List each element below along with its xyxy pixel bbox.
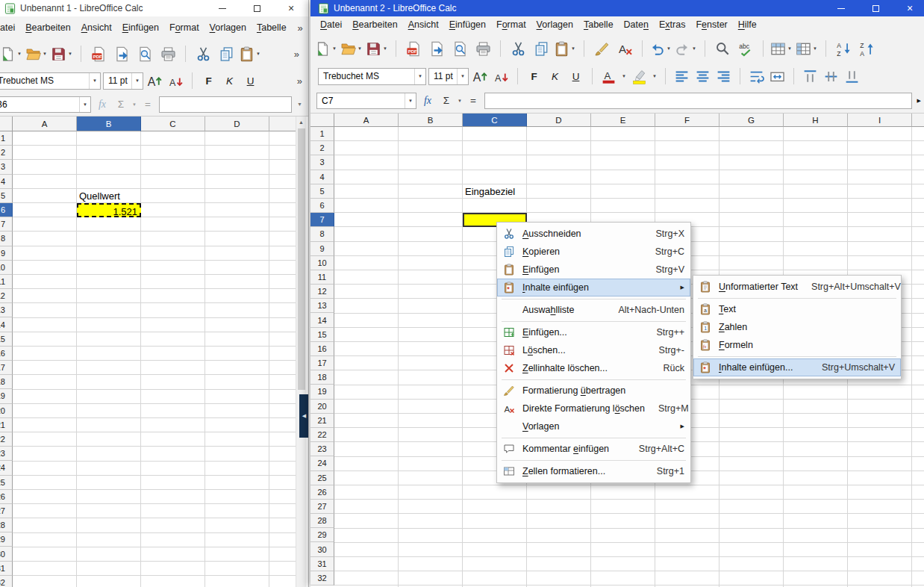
cell-grid[interactable]: Quellwert1.521: [13, 131, 296, 587]
row-header-9[interactable]: 9: [310, 242, 334, 256]
chevron-down-icon[interactable]: ▼: [405, 93, 416, 108]
column-header-E[interactable]: E: [591, 114, 655, 127]
row-header-28[interactable]: 28: [0, 518, 13, 532]
row-header-26[interactable]: 26: [0, 490, 13, 504]
insert-rows-button[interactable]: ▼: [770, 37, 793, 60]
menu-item-zellinhalte-loschen[interactable]: Zellinhalte löschen...Rück: [497, 359, 690, 377]
column-header-D[interactable]: D: [527, 114, 591, 127]
menu-item-kopieren[interactable]: KopierenStrg+C: [497, 243, 690, 261]
menu-item-text[interactable]: aText: [693, 300, 901, 318]
row-header-8[interactable]: 8: [310, 227, 334, 241]
copy-button[interactable]: [531, 37, 552, 60]
italic-button[interactable]: K: [546, 66, 564, 86]
row-header-11[interactable]: 11: [310, 270, 334, 285]
align-top-button[interactable]: [801, 66, 820, 86]
export-button[interactable]: [111, 43, 132, 65]
row-header-14[interactable]: 14: [0, 317, 13, 332]
grow-font-button[interactable]: A: [146, 71, 164, 90]
menu-item-kommentar-einfugen[interactable]: Kommentar einfügenStrg+Alt+C: [497, 440, 690, 458]
row-header-15[interactable]: 15: [0, 332, 13, 347]
titlebar-active[interactable]: Unbenannt 2 - LibreOffice Calc ×: [310, 0, 924, 16]
shrink-font-button[interactable]: A: [166, 71, 185, 90]
column-header-B[interactable]: B: [77, 117, 141, 131]
grow-font-button[interactable]: A: [471, 66, 490, 86]
row-header-5[interactable]: 5: [0, 189, 13, 203]
menu-item-einfugen[interactable]: Einfügen...Strg++: [497, 323, 690, 341]
align-center-button[interactable]: [693, 66, 712, 86]
underline-button[interactable]: U: [566, 66, 585, 86]
row-header-22[interactable]: 22: [0, 432, 13, 447]
row-header-13[interactable]: 13: [310, 299, 334, 313]
row-header-1[interactable]: 1: [0, 131, 13, 146]
menu-item-auswahlliste[interactable]: AuswahllisteAlt+Nach-Unten: [497, 301, 690, 319]
dropdown-arrow-icon[interactable]: ▼: [16, 52, 23, 56]
chevron-down-icon[interactable]: ▼: [89, 73, 100, 89]
row-header-6[interactable]: 6: [0, 203, 13, 217]
column-header-G[interactable]: G: [719, 114, 784, 127]
dropdown-arrow-icon[interactable]: ▼: [132, 102, 137, 107]
row-header-32[interactable]: 32: [310, 571, 334, 586]
export-pdf-button[interactable]: PDF: [88, 43, 109, 65]
menu-ansicht[interactable]: Ansicht: [403, 17, 444, 32]
menu-vorlagen[interactable]: Vorlagen: [531, 17, 578, 32]
row-header-27[interactable]: 27: [0, 504, 13, 518]
row-header-25[interactable]: 25: [310, 471, 334, 485]
row-header-2[interactable]: 2: [310, 141, 334, 155]
row-header-23[interactable]: 23: [310, 442, 334, 456]
row-header-14[interactable]: 14: [310, 313, 334, 327]
cell-B6[interactable]: 1.521: [77, 203, 141, 217]
input-line[interactable]: [159, 96, 292, 113]
row-header-3[interactable]: 3: [0, 160, 13, 174]
expand-formula-bar-button[interactable]: ▼: [296, 102, 304, 107]
dropdown-arrow-icon[interactable]: ▼: [651, 74, 658, 78]
row-header-31[interactable]: 31: [0, 562, 13, 576]
dropdown-arrow-icon[interactable]: ▼: [458, 99, 462, 103]
copy-button[interactable]: [216, 43, 237, 65]
menu-item-inhalte-einfugen[interactable]: *Inhalte einfügen...Strg+Umschalt+V: [693, 358, 901, 376]
row-header-4[interactable]: 4: [310, 170, 334, 184]
row-header-9[interactable]: 9: [0, 246, 13, 261]
row-header-22[interactable]: 22: [310, 428, 334, 442]
scrollbar-thumb[interactable]: [298, 128, 305, 390]
underline-button[interactable]: U: [241, 71, 260, 90]
toolbar-overflow-button[interactable]: »: [291, 75, 308, 87]
row-header-16[interactable]: 16: [310, 342, 334, 356]
expand-formula-bar-button[interactable]: ▶: [916, 98, 923, 104]
column-header-C[interactable]: C: [463, 114, 527, 127]
cut-button[interactable]: [508, 37, 528, 60]
merge-cells-button[interactable]: [768, 66, 787, 86]
column-header-J[interactable]: J: [912, 114, 924, 127]
menu-item-inhalte-einfugen[interactable]: *Inhalte einfügen▶: [497, 279, 690, 296]
dropdown-arrow-icon[interactable]: ▼: [41, 52, 49, 56]
row-header-2[interactable]: 2: [0, 146, 13, 160]
maximize-button[interactable]: [858, 0, 893, 16]
font-color-button[interactable]: A: [599, 66, 618, 86]
menu-item-zahlen[interactable]: 1Zahlen: [693, 318, 901, 336]
sidebar-show-handle[interactable]: ◀: [299, 394, 309, 438]
row-header-27[interactable]: 27: [310, 500, 334, 514]
column-header-I[interactable]: I: [848, 114, 912, 127]
select-function-button[interactable]: Σ: [439, 95, 454, 106]
menu-item-vorlagen[interactable]: Vorlagen▶: [497, 417, 690, 435]
dropdown-arrow-icon[interactable]: ▼: [66, 52, 74, 56]
open-button[interactable]: ▼: [25, 43, 49, 65]
print-preview-button[interactable]: [134, 43, 155, 65]
titlebar-inactive[interactable]: Unbenannt 1 - LibreOffice Calc ×: [0, 0, 308, 16]
row-header-24[interactable]: 24: [310, 456, 334, 470]
menu-item-zellen-formatieren[interactable]: Zellen formatieren...Strg+1: [497, 462, 690, 480]
dropdown-arrow-icon[interactable]: ▼: [665, 46, 672, 51]
font-size-combobox[interactable]: 11 pt ▼: [103, 72, 143, 90]
export-pdf-button[interactable]: PDF: [403, 37, 424, 60]
name-box[interactable]: C7 ▼: [316, 93, 416, 109]
scroll-up-icon[interactable]: ▲: [296, 117, 306, 127]
paste-button[interactable]: ▼: [554, 37, 577, 60]
dropdown-arrow-icon[interactable]: ▼: [620, 74, 628, 78]
menu-item-formeln[interactable]: fxFormeln: [693, 336, 901, 354]
save-button[interactable]: ▼: [51, 43, 74, 65]
row-header-21[interactable]: 21: [310, 414, 334, 428]
menu-vorlagen[interactable]: Vorlagen: [205, 20, 252, 35]
name-box[interactable]: B6 ▼: [0, 96, 91, 113]
row-header-18[interactable]: 18: [310, 370, 334, 385]
print-button[interactable]: [472, 37, 493, 60]
column-header-D[interactable]: D: [205, 117, 269, 131]
